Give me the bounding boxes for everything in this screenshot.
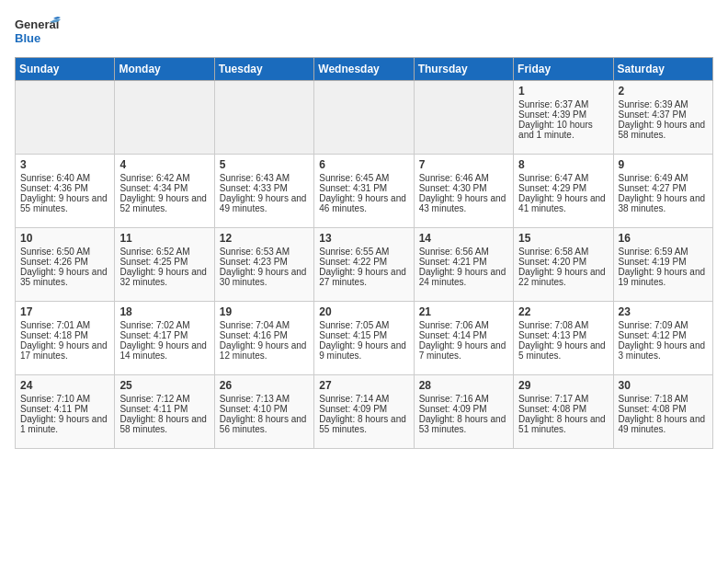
calendar-cell: 23Sunrise: 7:09 AMSunset: 4:12 PMDayligh…: [613, 302, 712, 375]
day-info: Sunset: 4:11 PM: [119, 404, 209, 414]
day-info: Sunrise: 7:17 AM: [518, 394, 608, 404]
day-info: Sunrise: 7:10 AM: [20, 394, 109, 404]
day-info: Sunset: 4:21 PM: [419, 257, 508, 267]
header-sunday: Sunday: [16, 58, 115, 81]
day-number: 25: [119, 379, 209, 392]
calendar-cell: 16Sunrise: 6:59 AMSunset: 4:19 PMDayligh…: [613, 228, 712, 302]
day-info: Sunset: 4:10 PM: [220, 404, 309, 414]
day-info: Sunrise: 7:02 AM: [119, 320, 209, 330]
day-info: Sunrise: 7:01 AM: [20, 320, 109, 330]
day-info: Daylight: 9 hours and 41 minutes.: [518, 193, 608, 213]
calendar-header-row: SundayMondayTuesdayWednesdayThursdayFrid…: [16, 58, 713, 81]
day-info: Daylight: 9 hours and 7 minutes.: [419, 340, 508, 361]
day-number: 23: [619, 305, 708, 318]
calendar-cell: [115, 81, 214, 155]
day-number: 28: [419, 379, 508, 392]
calendar-cell: 13Sunrise: 6:55 AMSunset: 4:22 PMDayligh…: [314, 228, 414, 302]
day-info: Sunrise: 6:52 AM: [119, 247, 209, 257]
calendar-cell: 5Sunrise: 6:43 AMSunset: 4:33 PMDaylight…: [214, 155, 313, 228]
day-number: 22: [518, 305, 608, 318]
day-info: Sunset: 4:36 PM: [20, 183, 109, 193]
day-info: Sunset: 4:14 PM: [419, 330, 508, 340]
calendar-cell: 1Sunrise: 6:37 AMSunset: 4:39 PMDaylight…: [514, 81, 613, 155]
day-info: Sunrise: 6:39 AM: [619, 99, 708, 109]
day-info: Daylight: 9 hours and 27 minutes.: [319, 267, 408, 287]
calendar-cell: 26Sunrise: 7:13 AMSunset: 4:10 PMDayligh…: [214, 375, 313, 449]
calendar-cell: 8Sunrise: 6:47 AMSunset: 4:29 PMDaylight…: [514, 155, 613, 228]
day-info: Daylight: 9 hours and 32 minutes.: [119, 267, 209, 287]
day-info: Daylight: 9 hours and 1 minute.: [20, 414, 109, 434]
day-info: Daylight: 9 hours and 43 minutes.: [419, 193, 508, 213]
day-info: Sunrise: 7:16 AM: [419, 394, 508, 404]
day-info: Daylight: 9 hours and 5 minutes.: [518, 340, 608, 361]
svg-text:General: General: [15, 17, 59, 31]
day-info: Sunset: 4:27 PM: [619, 183, 708, 193]
calendar-cell: 28Sunrise: 7:16 AMSunset: 4:09 PMDayligh…: [414, 375, 513, 449]
day-info: Sunset: 4:33 PM: [220, 183, 309, 193]
day-info: Sunrise: 6:49 AM: [619, 173, 708, 183]
calendar-cell: [16, 81, 115, 155]
day-info: Sunrise: 6:37 AM: [518, 99, 608, 109]
day-info: Sunrise: 6:40 AM: [20, 173, 109, 183]
day-number: 20: [319, 305, 408, 318]
day-info: Sunrise: 6:56 AM: [419, 247, 508, 257]
calendar-cell: 29Sunrise: 7:17 AMSunset: 4:08 PMDayligh…: [514, 375, 613, 449]
day-info: Sunrise: 7:12 AM: [119, 394, 209, 404]
day-info: Daylight: 10 hours and 1 minute.: [518, 120, 608, 140]
day-number: 9: [619, 158, 708, 171]
calendar-cell: [214, 81, 313, 155]
day-info: Sunrise: 6:43 AM: [220, 173, 309, 183]
day-number: 3: [20, 158, 109, 171]
day-info: Daylight: 8 hours and 56 minutes.: [220, 414, 309, 434]
day-info: Sunset: 4:34 PM: [119, 183, 209, 193]
day-number: 2: [619, 85, 708, 98]
day-info: Sunrise: 6:45 AM: [319, 173, 408, 183]
day-info: Sunset: 4:16 PM: [220, 330, 309, 340]
calendar-cell: [314, 81, 414, 155]
day-info: Sunset: 4:25 PM: [119, 257, 209, 267]
day-number: 6: [319, 158, 408, 171]
calendar-cell: 27Sunrise: 7:14 AMSunset: 4:09 PMDayligh…: [314, 375, 414, 449]
day-info: Sunset: 4:13 PM: [518, 330, 608, 340]
day-number: 30: [619, 379, 708, 392]
header-thursday: Thursday: [414, 58, 513, 81]
day-info: Sunrise: 7:08 AM: [518, 320, 608, 330]
day-info: Sunset: 4:11 PM: [20, 404, 109, 414]
day-info: Sunrise: 6:53 AM: [220, 247, 309, 257]
day-number: 29: [518, 379, 608, 392]
day-number: 18: [119, 305, 209, 318]
calendar-cell: 11Sunrise: 6:52 AMSunset: 4:25 PMDayligh…: [115, 228, 214, 302]
header-saturday: Saturday: [613, 58, 712, 81]
calendar-cell: 18Sunrise: 7:02 AMSunset: 4:17 PMDayligh…: [115, 302, 214, 375]
calendar-cell: 6Sunrise: 6:45 AMSunset: 4:31 PMDaylight…: [314, 155, 414, 228]
logo-svg: General Blue: [15, 15, 61, 50]
calendar-table: SundayMondayTuesdayWednesdayThursdayFrid…: [15, 57, 713, 449]
day-info: Sunset: 4:20 PM: [518, 257, 608, 267]
day-info: Sunrise: 6:55 AM: [319, 247, 408, 257]
day-info: Sunrise: 6:47 AM: [518, 173, 608, 183]
day-number: 5: [220, 158, 309, 171]
calendar-cell: 3Sunrise: 6:40 AMSunset: 4:36 PMDaylight…: [16, 155, 115, 228]
day-info: Sunset: 4:39 PM: [518, 109, 608, 120]
day-info: Sunset: 4:09 PM: [319, 404, 408, 414]
day-number: 16: [619, 232, 708, 245]
day-info: Sunrise: 6:42 AM: [119, 173, 209, 183]
day-number: 4: [119, 158, 209, 171]
calendar-cell: 12Sunrise: 6:53 AMSunset: 4:23 PMDayligh…: [214, 228, 313, 302]
day-info: Daylight: 8 hours and 51 minutes.: [518, 414, 608, 434]
day-info: Daylight: 9 hours and 49 minutes.: [220, 193, 309, 213]
day-info: Sunset: 4:08 PM: [518, 404, 608, 414]
calendar-cell: 9Sunrise: 6:49 AMSunset: 4:27 PMDaylight…: [613, 155, 712, 228]
header-monday: Monday: [115, 58, 214, 81]
day-info: Daylight: 9 hours and 38 minutes.: [619, 193, 708, 213]
day-info: Sunrise: 6:50 AM: [20, 247, 109, 257]
calendar-week-2: 10Sunrise: 6:50 AMSunset: 4:26 PMDayligh…: [16, 228, 713, 302]
day-number: 17: [20, 305, 109, 318]
day-info: Daylight: 9 hours and 55 minutes.: [20, 193, 109, 213]
calendar-cell: 4Sunrise: 6:42 AMSunset: 4:34 PMDaylight…: [115, 155, 214, 228]
calendar-week-0: 1Sunrise: 6:37 AMSunset: 4:39 PMDaylight…: [16, 81, 713, 155]
day-info: Sunset: 4:19 PM: [619, 257, 708, 267]
day-info: Sunrise: 7:13 AM: [220, 394, 309, 404]
day-info: Daylight: 9 hours and 46 minutes.: [319, 193, 408, 213]
day-info: Sunrise: 7:05 AM: [319, 320, 408, 330]
